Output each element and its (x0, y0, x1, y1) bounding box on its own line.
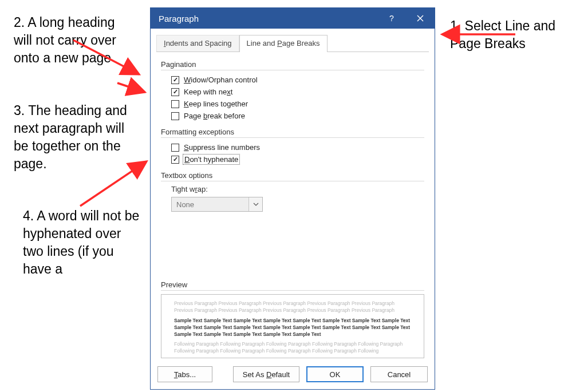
titlebar: Paragraph ? (151, 8, 435, 29)
checkbox-box (171, 76, 179, 84)
button-row: Tabs... Set As Default OK Cancel (151, 358, 435, 389)
checkbox-box (171, 88, 179, 96)
group-textbox: Tight wrap: None (161, 181, 424, 214)
button-label: Tabs... (174, 370, 196, 379)
help-button[interactable]: ? (377, 8, 406, 29)
checkbox-label: Keep lines together (184, 100, 248, 108)
annotation-4: 4. A word will not be hyphenated over tw… (23, 207, 140, 278)
select-value: None (172, 200, 248, 209)
tab-indents-and-spacing[interactable]: Indents and Spacing (156, 35, 239, 52)
group-formatting-label: Formatting exceptions (161, 128, 424, 138)
tight-wrap-select[interactable]: None (171, 197, 263, 212)
checkbox-box (171, 100, 179, 108)
close-button[interactable] (406, 8, 435, 29)
checkbox-label: Widow/Orphan control (184, 76, 258, 84)
checkbox-label: Suppress line numbers (184, 143, 260, 152)
annotation-3: 3. The heading and next paragraph will b… (14, 102, 140, 173)
set-as-default-button[interactable]: Set As Default (233, 366, 299, 382)
dialog-body: Pagination Widow/Orphan control Keep wit… (151, 52, 435, 358)
tabs-button[interactable]: Tabs... (157, 366, 212, 382)
preview-box: Previous Paragraph Previous Paragraph Pr… (161, 294, 424, 358)
cancel-button[interactable]: Cancel (370, 366, 428, 382)
checkbox-box (171, 112, 179, 120)
tight-wrap-label: Tight wrap: (171, 185, 424, 195)
tab-line-and-page-breaks[interactable]: Line and Page Breaks (239, 35, 328, 52)
tab-strip: Indents and Spacing Line and Page Breaks (151, 29, 435, 52)
paragraph-dialog: Paragraph ? Indents and Spacing Line and… (150, 7, 435, 390)
group-formatting: Suppress line numbers Don't hyphenate (161, 138, 424, 168)
preview-sample: Sample Text Sample Text Sample Text Samp… (174, 318, 411, 338)
button-label: Cancel (388, 370, 411, 379)
tab-label: Indents and Spacing (164, 39, 232, 47)
group-pagination: Widow/Orphan control Keep with next Keep… (161, 70, 424, 124)
checkbox-page-break-before[interactable]: Page break before (171, 110, 424, 122)
annotation-1: 1. Select Line and Page Breaks (450, 17, 565, 53)
group-preview-label: Preview (161, 280, 424, 291)
checkbox-suppress-line-numbers[interactable]: Suppress line numbers (171, 141, 424, 153)
button-label: OK (330, 370, 341, 379)
checkbox-label: Page break before (184, 112, 245, 120)
close-icon (417, 15, 424, 22)
chevron-down-icon (248, 197, 262, 211)
checkbox-dont-hyphenate[interactable]: Don't hyphenate (171, 153, 424, 165)
tab-label: Line and Page Breaks (247, 39, 320, 47)
checkbox-keep-lines-together[interactable]: Keep lines together (171, 98, 424, 110)
annotation-2: 2. A long heading will not carry over on… (14, 14, 131, 67)
preview-previous: Previous Paragraph Previous Paragraph Pr… (174, 300, 411, 314)
checkbox-keep-with-next[interactable]: Keep with next (171, 86, 424, 98)
ok-button[interactable]: OK (306, 366, 364, 382)
dialog-title: Paragraph (159, 14, 199, 23)
checkbox-label: Don't hyphenate (184, 155, 239, 164)
checkbox-widow-orphan[interactable]: Widow/Orphan control (171, 74, 424, 86)
checkbox-box (171, 156, 179, 164)
checkbox-label: Keep with next (184, 88, 232, 96)
button-label: Set As Default (243, 370, 290, 379)
preview-following: Following Paragraph Following Paragraph … (174, 341, 411, 355)
group-pagination-label: Pagination (161, 60, 424, 70)
checkbox-box (171, 144, 179, 152)
group-textbox-label: Textbox options (161, 171, 424, 181)
svg-line-2 (117, 83, 145, 92)
